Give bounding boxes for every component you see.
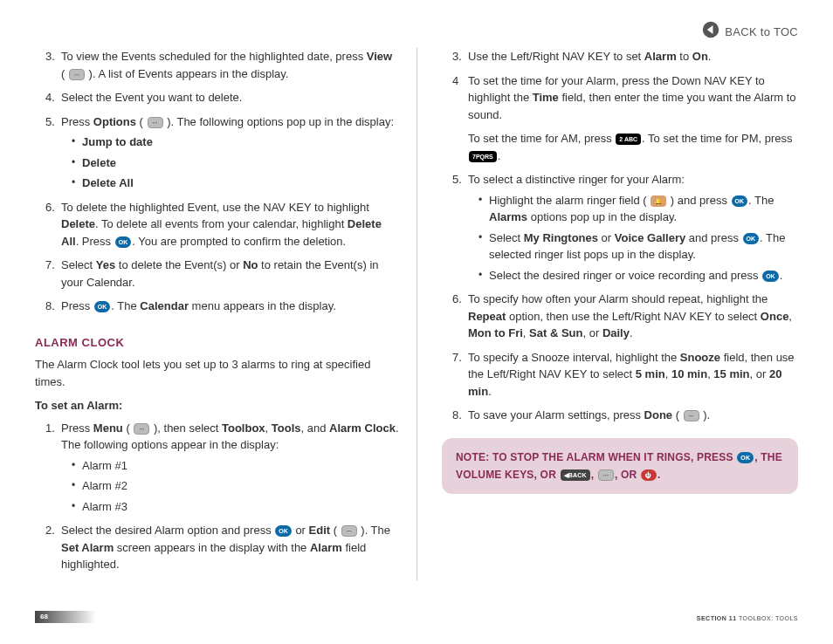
calendar-steps: 3.To view the Events scheduled for the h… [35,48,399,315]
ok-key-icon: OK [737,452,754,463]
section-title-alarm-clock: ALARM CLOCK [35,334,399,352]
list-item: Alarm #2 [73,477,399,495]
step: 4To set the time for your Alarm, press t… [458,72,798,165]
step: 6.To specify how often your Alarm should… [458,291,798,342]
step: 3.To view the Events scheduled for the h… [51,48,399,82]
step: 6.To delete the highlighted Event, use t… [51,199,399,250]
list-item: Alarm #1 [73,457,399,475]
step: 1.Press Menu ( ··· ), then select Toolbo… [51,420,399,516]
--key-icon: ··· [598,469,614,481]
right-column: 3.Use the Left/Right NAV KEY to set Alar… [416,48,798,580]
ok-key-icon: OK [275,525,292,537]
list-item: Delete [73,154,399,172]
--key-icon: 🔔 [651,195,666,207]
--key-icon: ··· [69,69,85,80]
--key-icon: ··· [134,423,149,435]
-back-key-icon: ◀BACK [561,469,590,481]
step: 4.Select the Event you want to delete. [51,89,399,106]
alarm-set-steps: 1.Press Menu ( ··· ), then select Toolbo… [35,420,399,573]
list-item: Alarm #3 [73,498,399,516]
--key-icon: ⏻ [641,469,657,481]
step: 3.Use the Left/Right NAV KEY to set Alar… [458,48,798,65]
page-number-badge: 68 [35,611,96,623]
step: 2.Select the desired Alarm option and pr… [51,522,399,573]
--key-icon: ··· [148,117,163,128]
step: 5.To select a distinctive ringer for you… [458,171,798,284]
note-label: NOTE: [456,451,489,463]
page-number: 68 [40,613,48,620]
list-item: Select My Ringtones or Voice Gallery and… [480,230,798,264]
toc-label: BACK to TOC [725,24,798,41]
--key-icon: ··· [341,525,357,537]
2-abc-key-icon: 2 ABC [616,134,641,145]
step: 8.To save your Alarm settings, press Don… [458,407,798,424]
ok-key-icon: OK [94,301,111,312]
step: 5.Press Options ( ··· ). The following o… [51,113,399,192]
list-item: Highlight the alarm ringer field ( 🔔 ) a… [480,192,798,226]
subhead-set-alarm: To set an Alarm: [35,397,399,414]
ok-key-icon: OK [762,271,779,282]
step: 7.Select Yes to delete the Event(s) or N… [51,257,399,291]
step: 7.To specify a Snooze interval, highligh… [458,349,798,401]
back-arrow-icon [702,21,719,44]
ok-key-icon: OK [732,195,748,207]
note-box: NOTE: TO STOP THE ALARM WHEN IT RINGS, P… [442,438,798,495]
footer-section: SECTION 11 TOOLBOX: TOOLS [697,614,798,624]
7pqrs-key-icon: 7PQRS [469,151,497,162]
back-to-toc-link[interactable]: BACK to TOC [702,21,798,44]
step: 8.Press OK. The Calendar menu appears in… [51,298,399,315]
list-item: Jump to date [73,134,399,151]
page-columns: 3.To view the Events scheduled for the h… [0,0,833,580]
note-text: TO STOP THE ALARM WHEN IT RINGS, PRESS O… [456,451,782,481]
ok-key-icon: OK [115,236,132,248]
list-item: Select the desired ringer or voice recor… [480,267,798,284]
alarm-steps-cont: 3.Use the Left/Right NAV KEY to set Alar… [442,48,798,424]
--key-icon: ··· [684,410,699,421]
left-column: 3.To view the Events scheduled for the h… [35,48,416,580]
ok-key-icon: OK [743,233,760,244]
list-item: Delete All [73,175,399,192]
alarm-clock-intro: The Alarm Clock tool lets you set up to … [35,356,399,390]
